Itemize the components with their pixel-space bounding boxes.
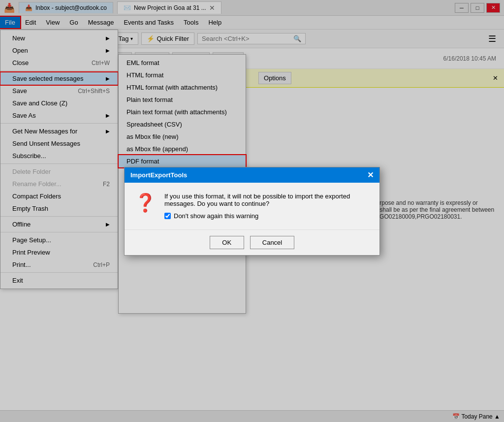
- dialog-content: ❓ If you use this format, it will not be…: [125, 183, 379, 229]
- dialog-buttons: OK Cancel: [125, 229, 379, 255]
- dialog-title-bar: ImportExportTools ✕: [125, 167, 379, 183]
- dont-show-checkbox[interactable]: [164, 213, 171, 219]
- dialog-overlay: ImportExportTools ✕ ❓ If you use this fo…: [0, 0, 504, 422]
- cancel-button[interactable]: Cancel: [250, 236, 294, 249]
- dialog-title: ImportExportTools: [130, 171, 187, 179]
- ok-button[interactable]: OK: [210, 236, 244, 249]
- dont-show-label: Don't show again this warning: [174, 212, 258, 220]
- dialog-message: If you use this format, it will not be p…: [164, 193, 370, 207]
- dialog-close-button[interactable]: ✕: [367, 170, 374, 180]
- import-export-dialog: ImportExportTools ✕ ❓ If you use this fo…: [124, 167, 380, 256]
- dialog-checkbox-area: Don't show again this warning: [164, 212, 370, 220]
- dialog-info-icon: ❓: [134, 193, 157, 213]
- dialog-body: If you use this format, it will not be p…: [164, 193, 370, 220]
